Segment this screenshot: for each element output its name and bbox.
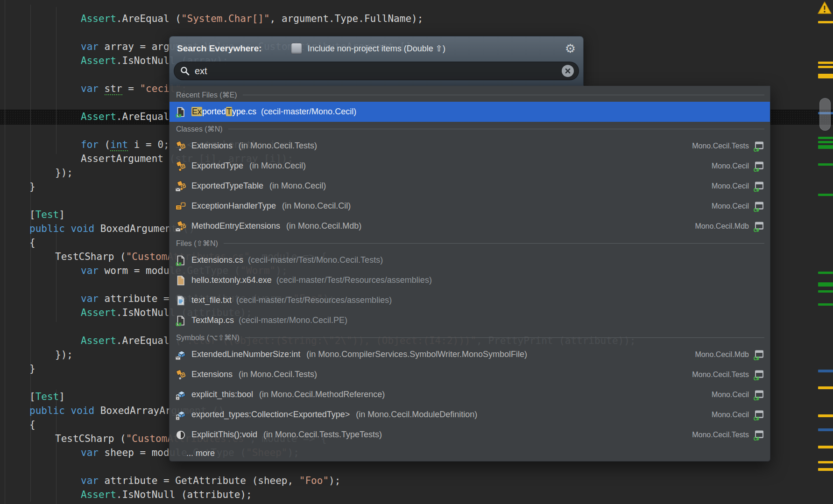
result-location: (in Mono.Cecil) — [249, 161, 306, 171]
search-field[interactable] — [174, 62, 579, 80]
cs-file-icon: C# — [175, 315, 186, 326]
cs-file-icon: C# — [175, 106, 186, 118]
stripe-mark-warning[interactable] — [818, 66, 833, 68]
stripe-mark-warning[interactable] — [818, 386, 833, 389]
csharp-project-icon: C# — [753, 181, 764, 192]
code-line[interactable]: Assert.AreEqual ("System.Char[]", argume… — [81, 12, 423, 26]
result-row[interactable]: MethodEntryExtensions(in Mono.Cecil.Mdb)… — [169, 216, 770, 236]
result-project: Mono.Cecil.Mdb — [695, 222, 749, 231]
svg-text:C#: C# — [176, 112, 182, 118]
code-line[interactable]: [Test] — [29, 390, 65, 404]
class-gray-icon — [175, 140, 186, 152]
code-line[interactable]: { — [29, 418, 35, 432]
scrollbar-thumb[interactable] — [819, 98, 831, 131]
result-row[interactable]: Extensions(in Mono.Cecil.Tests)Mono.Ceci… — [169, 136, 770, 156]
result-name: TextMap.cs — [191, 315, 234, 325]
csharp-project-icon: C# — [753, 409, 764, 420]
result-row[interactable]: ExceptionHandlerType(in Mono.Cecil.Cil)M… — [169, 196, 770, 216]
stripe-mark-info[interactable] — [818, 370, 833, 372]
result-name: MethodEntryExtensions — [191, 221, 280, 231]
method-icon — [175, 429, 186, 441]
result-row[interactable]: ExportedType(in Mono.Cecil)Mono.CecilC# — [169, 156, 770, 176]
svg-text:C#: C# — [754, 187, 760, 192]
match-highlight: T — [226, 107, 232, 116]
result-row[interactable]: C#TextMap.cs(cecil-master/Mono.Cecil.PE) — [169, 310, 770, 330]
code-line[interactable]: { — [29, 236, 35, 250]
result-row[interactable]: explicit_this:bool(in Mono.Cecil.MethodR… — [169, 385, 770, 405]
svg-text:C#: C# — [176, 321, 182, 326]
result-path: (cecil-master/Mono.Cecil) — [261, 107, 356, 117]
svg-text:C#: C# — [754, 227, 760, 232]
stripe-mark-warning[interactable] — [818, 468, 833, 471]
popup-title: Search Everywhere: — [177, 43, 262, 54]
code-line[interactable]: } — [29, 180, 35, 194]
result-name: exported_types:Collection<ExportedType> — [191, 410, 350, 420]
class-icon — [175, 161, 186, 172]
clear-search-icon[interactable] — [562, 65, 574, 77]
stripe-mark-ok[interactable] — [818, 194, 833, 196]
result-row[interactable]: ExportedTypeTable(in Mono.Cecil)Mono.Cec… — [169, 176, 770, 196]
result-row[interactable]: C#Extensions.cs(cecil-master/Test/Mono.C… — [169, 250, 770, 270]
warning-triangle-icon[interactable] — [817, 1, 832, 15]
class-internal-icon — [175, 181, 186, 192]
result-path: (cecil-master/Test/Resources/assemblies) — [276, 275, 432, 285]
section-label: Classes (⌘N) — [176, 125, 223, 133]
result-path: (cecil-master/Test/Mono.Cecil.Tests) — [248, 255, 383, 265]
result-row[interactable]: Extensions(in Mono.Cecil.Tests)Mono.Ceci… — [169, 364, 770, 385]
result-row[interactable]: ExplicitThis():void(in Mono.Cecil.Tests.… — [169, 425, 770, 445]
result-project: Mono.Cecil.Tests — [692, 431, 749, 439]
result-row[interactable]: ExtendedLineNumberSize:int(in Mono.Compi… — [169, 344, 770, 364]
result-name: ExceptionHandlerType — [191, 201, 276, 211]
stripe-mark-warning[interactable] — [818, 21, 833, 23]
code-line[interactable]: Assert.IsNotNull (attribute); — [81, 488, 252, 502]
code-line[interactable]: }); — [55, 348, 73, 362]
svg-text:C#: C# — [754, 147, 760, 152]
result-row[interactable]: C#ExportedType.cs(cecil-master/Mono.Ceci… — [169, 102, 770, 122]
svg-text:C#: C# — [754, 435, 760, 441]
result-project: Mono.Cecil.Mdb — [695, 350, 749, 359]
result-name: ExportedType.cs — [191, 107, 256, 117]
stripe-mark-ok[interactable] — [818, 303, 833, 306]
section-header: Classes (⌘N) — [169, 122, 770, 136]
gear-icon[interactable]: ⚙ — [565, 42, 576, 55]
txt-file-icon — [175, 295, 186, 306]
csharp-project-icon: C# — [753, 349, 764, 360]
result-name: ExplicitThis():void — [191, 430, 257, 440]
result-project: Mono.Cecil.Tests — [692, 371, 749, 379]
stripe-mark-ok[interactable] — [818, 272, 833, 274]
result-location: (in Mono.Cecil) — [269, 181, 326, 191]
code-line[interactable]: }); — [55, 166, 73, 180]
include-non-project-label[interactable]: Include non-project items (Double ⇧) — [308, 43, 445, 54]
csharp-project-icon: C# — [753, 221, 764, 232]
result-project: Mono.Cecil — [712, 162, 749, 170]
stripe-mark-warning[interactable] — [818, 414, 833, 417]
stripe-mark-info[interactable] — [818, 428, 833, 431]
result-location: (in Mono.CompilerServices.SymbolWriter.M… — [306, 350, 527, 359]
stripe-mark-warning[interactable] — [818, 461, 833, 463]
more-results-row[interactable]: ... more — [169, 445, 770, 462]
csharp-project-icon: C# — [753, 161, 764, 172]
code-line[interactable]: } — [29, 362, 35, 376]
stripe-mark-ok[interactable] — [818, 163, 833, 166]
stripe-mark-warning[interactable] — [818, 446, 833, 448]
stripe-mark-ok[interactable] — [818, 282, 833, 287]
csharp-project-icon: C# — [753, 389, 764, 400]
stripe-mark-warning[interactable] — [818, 74, 833, 78]
code-line[interactable]: [Test] — [29, 208, 65, 222]
stripe-mark-ok[interactable] — [818, 141, 833, 143]
stripe-mark-ok[interactable] — [818, 137, 833, 139]
stripe-mark-warning[interactable] — [818, 62, 833, 64]
stripe-mark-ok[interactable] — [818, 145, 833, 149]
result-location: (in Mono.Cecil.Tests) — [239, 370, 317, 379]
result-location: (in Mono.Cecil.Tests.TypeTests) — [263, 430, 382, 440]
code-line[interactable]: var attribute = GetAttribute (sheep, "Fo… — [81, 474, 340, 488]
svg-text:C#: C# — [754, 355, 760, 360]
result-row[interactable]: text_file.txt(cecil-master/Test/Resource… — [169, 290, 770, 310]
search-icon — [180, 66, 190, 76]
include-non-project-checkbox[interactable] — [291, 43, 302, 54]
section-rule — [228, 129, 764, 129]
result-row[interactable]: exported_types:Collection<ExportedType>(… — [169, 405, 770, 425]
result-row[interactable]: hello.textonly.x64.exe(cecil-master/Test… — [169, 270, 770, 290]
stripe-mark-ok[interactable] — [818, 290, 833, 293]
search-input[interactable] — [194, 65, 562, 77]
